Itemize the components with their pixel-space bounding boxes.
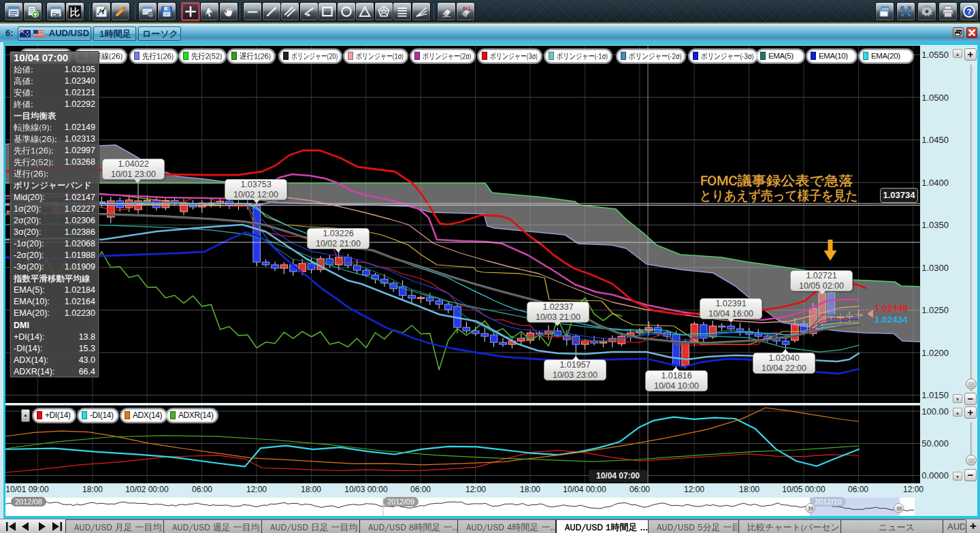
svg-text:?: ?: [966, 7, 971, 16]
svg-text:Cal: Cal: [52, 12, 59, 18]
svg-text:ALL: ALL: [462, 5, 472, 12]
